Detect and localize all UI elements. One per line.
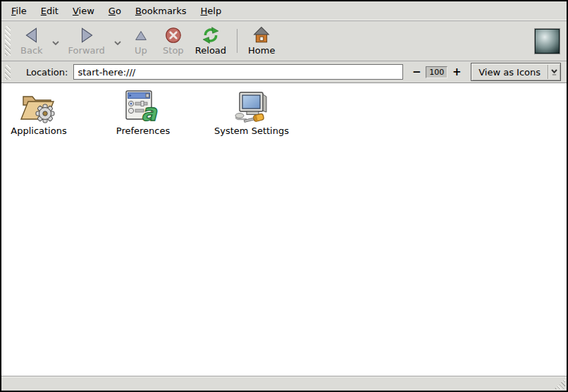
throbber-sphere-icon — [534, 28, 560, 54]
home-icon — [252, 25, 271, 45]
system-settings-label: System Settings — [214, 125, 289, 136]
home-button[interactable]: Home — [242, 23, 280, 59]
forward-button-label: Forward — [68, 45, 105, 56]
applications-label: Applications — [11, 125, 66, 136]
up-arrow-icon — [133, 25, 149, 45]
status-bar — [1, 376, 567, 391]
zoom-out-button[interactable]: − — [412, 66, 421, 78]
menu-bar: File Edit View Go Bookmarks Help — [1, 1, 567, 21]
view-mode-dropdown[interactable]: View as Icons — [471, 63, 561, 81]
back-dropdown-chevron-icon[interactable] — [50, 34, 61, 48]
up-button[interactable]: Up — [125, 23, 157, 59]
reload-button-label: Reload — [195, 45, 226, 56]
applications-folder-gear-icon — [18, 90, 59, 123]
file-manager-window: File Edit View Go Bookmarks Help Back Fo… — [0, 0, 568, 392]
preferences-capplet-icon: a — [123, 90, 163, 123]
icon-view-content: Applications a Preferences — [1, 83, 567, 376]
system-settings-item[interactable]: System Settings — [214, 90, 289, 136]
stop-button[interactable]: Stop — [157, 23, 190, 59]
system-settings-computer-icon — [231, 90, 272, 123]
reload-button[interactable]: Reload — [190, 23, 232, 59]
location-input[interactable] — [73, 64, 403, 80]
back-arrow-icon — [23, 25, 41, 45]
location-bar-grip[interactable] — [5, 65, 11, 80]
forward-button[interactable]: Forward — [63, 23, 111, 59]
menu-file[interactable]: File — [4, 3, 34, 19]
reload-icon — [202, 25, 220, 45]
menu-help[interactable]: Help — [194, 3, 229, 19]
back-button-label: Back — [20, 45, 43, 56]
forward-dropdown-chevron-icon[interactable] — [112, 34, 123, 48]
resize-grip-icon[interactable] — [554, 379, 565, 389]
dropdown-indicator-icon — [548, 68, 560, 76]
toolbar-separator — [237, 29, 237, 53]
toolbar: Back Forward Up — [1, 21, 567, 61]
forward-arrow-icon — [78, 25, 96, 45]
svg-text:a: a — [141, 99, 158, 123]
zoom-level-indicator: 100 — [426, 66, 447, 78]
menu-bookmarks[interactable]: Bookmarks — [128, 3, 194, 19]
preferences-label: Preferences — [116, 125, 170, 136]
zoom-in-button[interactable]: + — [452, 66, 462, 78]
stop-button-label: Stop — [163, 45, 184, 56]
home-button-label: Home — [248, 45, 275, 56]
up-button-label: Up — [135, 45, 147, 56]
location-bar: Location: − 100 + View as Icons — [1, 61, 567, 83]
menu-go[interactable]: Go — [101, 3, 128, 19]
stop-icon — [164, 25, 183, 45]
back-button[interactable]: Back — [15, 23, 49, 59]
applications-item[interactable]: Applications — [1, 90, 76, 136]
preferences-item[interactable]: a Preferences — [106, 90, 180, 136]
menu-view[interactable]: View — [66, 3, 101, 19]
toolbar-grip[interactable] — [5, 26, 11, 56]
status-text — [1, 375, 13, 388]
menu-edit[interactable]: Edit — [34, 3, 66, 19]
location-label: Location: — [26, 67, 68, 78]
view-mode-label: View as Icons — [471, 67, 548, 78]
